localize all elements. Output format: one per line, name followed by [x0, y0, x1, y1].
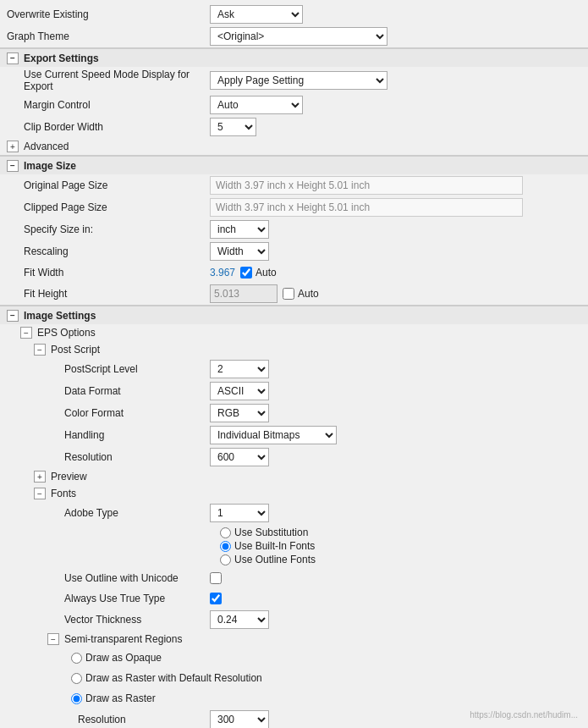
adobe-type-row: Adobe Type 1	[0, 502, 588, 524]
draw-opaque-label: Draw as Opaque	[85, 652, 162, 664]
outline-unicode-checkbox[interactable]	[210, 572, 222, 584]
color-format-select[interactable]: RGB	[210, 404, 269, 422]
use-builtin-radio[interactable]	[220, 541, 231, 552]
handling-label: Handling	[7, 429, 210, 441]
eps-options-collapse[interactable]: −	[20, 327, 32, 339]
data-format-label: Data Format	[7, 385, 210, 397]
original-page-label: Original Page Size	[7, 179, 210, 191]
clipped-page-value: Width 3.97 inch x Height 5.01 inch	[210, 198, 523, 217]
image-settings-header: − Image Settings	[0, 306, 588, 324]
rescaling-select[interactable]: Width	[210, 242, 269, 261]
outline-unicode-control	[210, 572, 581, 584]
use-current-control: Apply Page Setting	[210, 71, 581, 90]
draw-raster-default-radio[interactable]	[71, 673, 82, 684]
preview-collapse[interactable]: +	[34, 471, 46, 483]
use-substitution-item: Use Substitution	[220, 526, 308, 539]
adobe-type-control: 1	[210, 504, 581, 522]
specify-size-control: inch	[210, 220, 581, 239]
graph-theme-control: <Original>	[210, 27, 581, 46]
export-settings-label: Export Settings	[24, 52, 99, 64]
vector-thickness-select[interactable]: 0.24	[210, 610, 269, 629]
always-truetype-checkbox[interactable]	[210, 593, 222, 604]
advanced-label: Advanced	[24, 141, 69, 152]
image-size-header: − Image Size	[0, 156, 588, 174]
draw-raster-radio[interactable]	[71, 693, 82, 704]
draw-opaque-row: Draw as Opaque	[0, 648, 588, 668]
draw-raster-row: Draw as Raster	[0, 688, 588, 709]
resolution-label: Resolution	[7, 451, 210, 463]
specify-size-row: Specify Size in: inch	[0, 218, 588, 240]
resolution2-select[interactable]: 300	[210, 710, 269, 728]
fit-height-control: Auto	[210, 284, 581, 303]
fit-width-auto-label: Auto	[256, 267, 277, 279]
fit-width-auto-checkbox[interactable]	[240, 267, 252, 279]
always-truetype-label: Always Use True Type	[7, 593, 210, 604]
image-settings-collapse[interactable]: −	[7, 310, 19, 322]
post-script-label: Post Script	[51, 344, 100, 356]
postscript-level-row: PostScript Level 2	[0, 358, 588, 380]
postscript-level-select[interactable]: 2	[210, 360, 269, 378]
fit-width-label: Fit Width	[7, 267, 210, 279]
original-page-row: Original Page Size Width 3.97 inch x Hei…	[0, 174, 588, 196]
fit-height-auto-checkbox[interactable]	[283, 288, 294, 300]
clipped-page-label: Clipped Page Size	[7, 201, 210, 213]
outline-unicode-label: Use Outline with Unicode	[7, 572, 210, 584]
export-settings-header: − Export Settings	[0, 48, 588, 67]
margin-select[interactable]: Auto	[210, 96, 303, 114]
margin-row: Margin Control Auto	[0, 94, 588, 116]
export-settings-collapse[interactable]: −	[7, 52, 19, 64]
data-format-select[interactable]: ASCII	[210, 382, 269, 400]
use-outline-radio[interactable]	[220, 554, 231, 565]
fonts-collapse[interactable]: −	[34, 488, 46, 499]
fonts-label: Fonts	[51, 488, 76, 499]
eps-options-header: − EPS Options	[0, 324, 588, 341]
use-substitution-radio[interactable]	[220, 527, 231, 538]
handling-select[interactable]: Individual Bitmaps	[210, 426, 337, 444]
margin-control: Auto	[210, 96, 581, 114]
use-current-select[interactable]: Apply Page Setting	[210, 71, 387, 90]
draw-raster-default-item: Draw as Raster with Default Resolution	[71, 671, 262, 685]
semi-transparent-collapse[interactable]: −	[47, 633, 59, 645]
fit-height-row: Fit Height Auto	[0, 283, 588, 305]
postscript-level-label: PostScript Level	[7, 363, 210, 375]
rescaling-row: Rescaling Width	[0, 240, 588, 262]
post-script-header: − Post Script	[0, 341, 588, 358]
draw-raster-label: Draw as Raster	[85, 692, 156, 704]
graph-theme-select[interactable]: <Original>	[210, 27, 387, 46]
font-type-radio-group: Use Substitution Use Built-In Fonts Use …	[0, 524, 588, 568]
data-format-control: ASCII	[210, 382, 581, 400]
use-builtin-item: Use Built-In Fonts	[220, 539, 315, 553]
preview-header: + Preview	[0, 468, 588, 485]
adobe-type-select[interactable]: 1	[210, 504, 269, 522]
use-outline-label: Use Outline Fonts	[234, 554, 316, 565]
preview-label: Preview	[51, 471, 87, 483]
color-format-control: RGB	[210, 404, 581, 422]
post-script-collapse[interactable]: −	[34, 344, 46, 356]
draw-raster-default-row: Draw as Raster with Default Resolution	[0, 668, 588, 688]
clip-border-row: Clip Border Width 5	[0, 116, 588, 138]
resolution-select[interactable]: 600	[210, 448, 269, 466]
color-format-row: Color Format RGB	[0, 402, 588, 424]
clip-border-select[interactable]: 5	[210, 118, 256, 136]
draw-raster-item: Draw as Raster	[71, 692, 156, 705]
rescaling-label: Rescaling	[7, 245, 210, 257]
fit-height-auto-wrap: Auto	[283, 288, 319, 300]
advanced-header: + Advanced	[0, 138, 588, 155]
overwrite-select[interactable]: Ask	[210, 5, 303, 24]
always-truetype-control	[210, 593, 581, 604]
fit-width-value: 3.967	[210, 267, 235, 279]
clipped-page-control: Width 3.97 inch x Height 5.01 inch	[210, 198, 581, 217]
advanced-collapse[interactable]: +	[7, 141, 19, 152]
specify-size-select[interactable]: inch	[210, 220, 269, 239]
vector-thickness-row: Vector Thickness 0.24	[0, 609, 588, 631]
color-format-label: Color Format	[7, 407, 210, 419]
clip-border-label: Clip Border Width	[7, 121, 210, 133]
postscript-level-control: 2	[210, 360, 581, 378]
image-size-collapse[interactable]: −	[7, 160, 19, 172]
original-page-control: Width 3.97 inch x Height 5.01 inch	[210, 176, 581, 195]
draw-opaque-radio[interactable]	[71, 653, 82, 664]
image-size-label: Image Size	[24, 160, 76, 172]
eps-options-label: EPS Options	[37, 327, 96, 339]
adobe-type-label: Adobe Type	[7, 507, 210, 519]
fit-height-input[interactable]	[210, 284, 278, 303]
